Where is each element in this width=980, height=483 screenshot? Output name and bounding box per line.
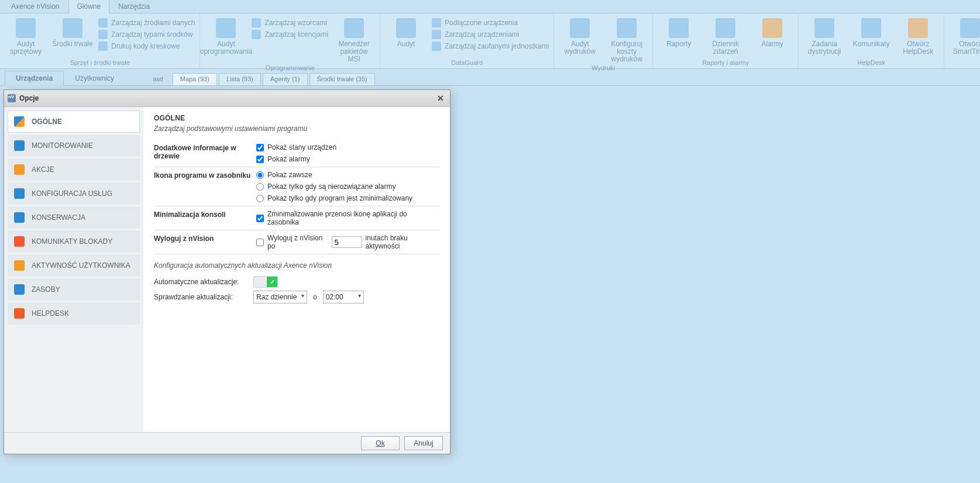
- dialog-titlebar: Opcje ✕: [4, 90, 450, 107]
- subtab-list[interactable]: Lista (93): [219, 73, 261, 86]
- ribbon-manage-types[interactable]: Zarządzaj typami środków: [98, 29, 195, 40]
- ribbon-caption: HelpDesk: [801, 59, 941, 67]
- cancel-button[interactable]: Anuluj: [404, 436, 443, 450]
- chat-icon: [861, 18, 881, 38]
- key-icon: [252, 30, 261, 39]
- ribbon-alarms[interactable]: Alarmy: [749, 16, 796, 49]
- close-icon[interactable]: ✕: [435, 93, 446, 104]
- tag-icon: [98, 30, 108, 39]
- sidebar-item-label: MONITOROWANIE: [32, 142, 93, 150]
- lifebuoy-icon: [14, 308, 25, 319]
- chk-minimize-tray[interactable]: Zminimalizowanie przenosi ikonę aplikacj…: [256, 210, 439, 226]
- ribbon-group-helpdesk: Zadania dystrybucji Komunikaty Otwórz He…: [799, 13, 944, 68]
- update-freq-select[interactable]: Raz dziennie: [253, 291, 307, 303]
- ribbon-manage-licenses[interactable]: Zarządzaj licencjami: [252, 29, 328, 40]
- user-icon: [14, 260, 25, 271]
- bell-icon: [762, 18, 782, 38]
- sidebar-item-label: ZASOBY: [32, 285, 60, 294]
- printer-icon: [570, 18, 590, 38]
- time-sep: o: [313, 293, 317, 301]
- ribbon-msi[interactable]: Menedżer pakietów MSI: [331, 16, 377, 64]
- logout-minutes-input[interactable]: [332, 236, 362, 248]
- ribbon-messages[interactable]: Komunikaty: [848, 16, 895, 49]
- sidebar-item-label: OGÓLNE: [32, 118, 62, 126]
- rad-alarms-only[interactable]: Pokaż tylko gdy są nierozwiązane alarmy: [256, 182, 439, 191]
- book-icon: [716, 18, 735, 38]
- chk-logout[interactable]: Wyloguj z nVision po: [256, 234, 328, 250]
- search-icon: [396, 18, 416, 38]
- ribbon-manage-datasources[interactable]: Zarządzaj źródłami danych: [98, 17, 195, 29]
- menu-tab-main[interactable]: Główne: [68, 0, 110, 13]
- barcode-icon: [98, 42, 108, 51]
- ribbon-trusted-units[interactable]: Zarządzaj zaufanymi jednostkami: [432, 40, 549, 52]
- sidebar-item-monitoring[interactable]: MONITOROWANIE: [8, 134, 140, 157]
- updates-heading: Konfiguracja automatycznych aktualizacji…: [154, 261, 439, 270]
- sidebar-item-services[interactable]: KONFIGURACJA USŁUG: [8, 182, 140, 205]
- ribbon-print-costs[interactable]: Konfiguruj koszty wydruków: [603, 16, 650, 64]
- dialog-title: Opcje: [19, 94, 435, 102]
- sidebar-item-label: AKCJE: [32, 165, 54, 174]
- subtab-agents[interactable]: Agenty (1): [263, 73, 308, 86]
- ribbon-smarttime[interactable]: Otwórz SmartTime: [947, 16, 980, 57]
- row-label-tree: Dodatkowe informacje w drzewie: [154, 143, 256, 160]
- ribbon-manage-patterns[interactable]: Zarządzaj wzorcami: [252, 17, 328, 29]
- subtab-asd[interactable]: asd: [145, 73, 171, 86]
- ribbon-open-helpdesk[interactable]: Otwórz HelpDesk: [895, 16, 941, 57]
- ribbon-dg-audit[interactable]: Audyt: [383, 16, 429, 49]
- subtab-assets[interactable]: Środki trwałe (35): [310, 73, 375, 86]
- lock-icon: [14, 236, 25, 247]
- disc-icon: [216, 18, 236, 38]
- sidebar-item-label: KONFIGURACJA USŁUG: [32, 189, 112, 198]
- bolt-icon: [14, 164, 25, 175]
- refresh-icon: [14, 212, 25, 223]
- ribbon-group-hardware: Audyt sprzętowy Środki trwałe Zarządzaj …: [0, 13, 200, 68]
- share-icon: [814, 18, 834, 38]
- ribbon-connected-dev[interactable]: Podłączone urządzenia: [432, 17, 549, 29]
- ribbon-group-reports: Raporty Dziennik zdarzeń Alarmy Raporty …: [653, 13, 799, 68]
- ribbon-print-audit[interactable]: Audyt wydruków: [556, 16, 603, 57]
- ribbon-manage-dev[interactable]: Zarządzaj urządzeniami: [432, 29, 549, 40]
- rad-min-only[interactable]: Pokaż tylko gdy program jest zminimalizo…: [256, 194, 439, 202]
- ribbon-audit-hw[interactable]: Audyt sprzętowy: [2, 16, 49, 57]
- gear-icon: [14, 188, 25, 199]
- view-tab-users[interactable]: Użytkownicy: [64, 71, 125, 86]
- report-icon: [669, 18, 689, 38]
- ribbon-audit-sw[interactable]: Audyt oprogramowania: [202, 16, 249, 57]
- row-label-minimize: Minimalizacja konsoli: [154, 210, 256, 219]
- ribbon-distribution[interactable]: Zadania dystrybucji: [801, 16, 848, 57]
- sidebar-item-activity[interactable]: AKTYWNOŚĆ UŻYTKOWNIKA: [8, 254, 140, 277]
- list-icon: [432, 30, 441, 39]
- chk-show-states[interactable]: Pokaż stany urządzeń: [256, 143, 439, 151]
- subtab-map[interactable]: Mapa (93): [173, 73, 217, 86]
- chk-show-alarms[interactable]: Pokaż alarmy: [256, 155, 439, 163]
- ok-button[interactable]: Ok: [361, 436, 400, 450]
- rad-always[interactable]: Pokaż zawsze: [256, 171, 439, 179]
- sidebar-item-general[interactable]: OGÓLNE: [8, 111, 140, 133]
- sidebar-item-maintenance[interactable]: KONSERWACJA: [8, 206, 140, 229]
- ribbon-reports[interactable]: Raporty: [655, 16, 702, 49]
- view-tab-devices[interactable]: Urządzenia: [5, 71, 64, 86]
- options-dialog: Opcje ✕ OGÓLNE MONITOROWANIE AKCJE KONFI…: [4, 89, 451, 454]
- sidebar-item-label: KONSERWACJA: [32, 213, 85, 222]
- ribbon-caption: [947, 59, 980, 67]
- auto-updates-switch[interactable]: ✓: [253, 276, 278, 288]
- ribbon-print-barcodes[interactable]: Drukuj kody kreskowe: [98, 40, 195, 52]
- sidebar-item-helpdesk[interactable]: HELPDESK: [8, 302, 140, 325]
- menu-tab-tools[interactable]: Narzędzia: [109, 0, 159, 13]
- sidebar-item-lockmsg[interactable]: KOMUNIKATY BLOKADY: [8, 230, 140, 253]
- logout-suffix: inutach braku aktywności: [366, 234, 439, 250]
- ribbon-eventlog[interactable]: Dziennik zdarzeń: [702, 16, 749, 57]
- ribbon-assets[interactable]: Środki trwałe: [49, 16, 96, 49]
- content-heading: OGÓLNE: [154, 114, 439, 122]
- content-subtitle: Zarządzaj podstawowymi ustawieniami prog…: [154, 125, 439, 133]
- gear-icon: [252, 18, 261, 27]
- auto-updates-label: Automatyczne aktualizacje:: [154, 278, 247, 286]
- pie-icon: [14, 116, 25, 127]
- sidebar-item-resources[interactable]: ZASOBY: [8, 278, 140, 301]
- row-label-logout: Wyloguj z nVision: [154, 234, 256, 243]
- app-icon: [8, 94, 16, 102]
- app-title: Axence nVision: [2, 0, 68, 13]
- update-time-select[interactable]: 02:00: [323, 291, 364, 303]
- ribbon-caption: Sprzęt i środki trwałe: [2, 59, 197, 67]
- sidebar-item-actions[interactable]: AKCJE: [8, 158, 140, 181]
